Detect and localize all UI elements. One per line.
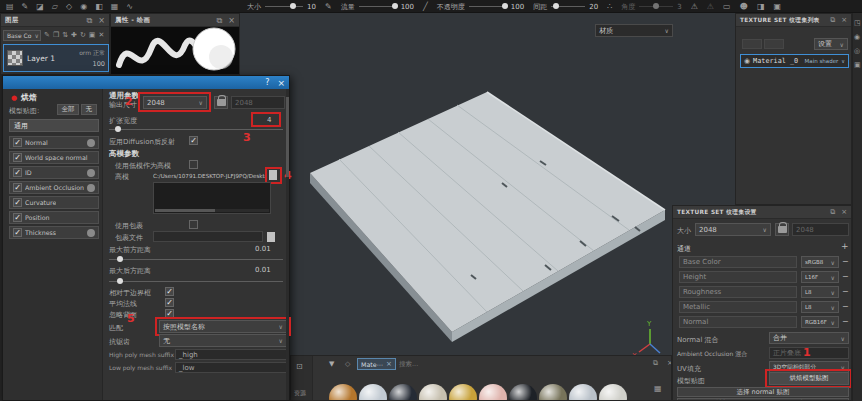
- polygon-fill-tool-icon[interactable]: ◇: [66, 0, 72, 13]
- channel-filter-dropdown[interactable]: Base Co ∨: [3, 30, 41, 41]
- popout-icon[interactable]: ⧉: [87, 14, 93, 27]
- checkbox[interactable]: ✓: [13, 198, 22, 207]
- high-poly-path[interactable]: C:/Users/10791.DESKTOP-JLFJ9PQ/Deskto: [153, 173, 265, 179]
- max-front-slider[interactable]: [109, 259, 283, 260]
- material-thumbnail[interactable]: [569, 384, 597, 401]
- channel-format-dropdown[interactable]: L16F∨: [801, 271, 839, 283]
- dialog-close-icon[interactable]: ×: [277, 78, 285, 88]
- close-icon[interactable]: ×: [667, 357, 672, 370]
- material-thumbnail[interactable]: [449, 384, 477, 401]
- eraser-tool-icon[interactable]: ◪: [36, 0, 44, 13]
- dock-panel-icon-4[interactable]: ▣: [854, 59, 861, 72]
- shading-mode-icon[interactable]: ☻: [740, 0, 748, 13]
- layer-blend-mode[interactable]: orm 正常: [79, 49, 105, 58]
- pen-pressure-icon[interactable]: ╱: [423, 0, 428, 13]
- add-effect-icon[interactable]: ⇅: [62, 29, 68, 42]
- material-thumbnail[interactable]: [509, 384, 537, 401]
- symmetry-icon[interactable]: ⚠: [707, 0, 714, 13]
- diffusion-checkbox[interactable]: ✓: [189, 136, 198, 145]
- remove-channel-button[interactable]: −: [842, 302, 849, 311]
- texture-set-name[interactable]: Material _0: [753, 57, 798, 65]
- texture-set-row[interactable]: ◉ Material _0 Main shader ∨: [740, 54, 849, 68]
- relative-bbox-checkbox[interactable]: ✓: [165, 287, 174, 296]
- channel-name-field[interactable]: Base Color: [679, 256, 797, 268]
- dialog-vscrollbar[interactable]: [286, 89, 289, 400]
- remove-channel-button[interactable]: −: [842, 257, 849, 266]
- remove-channel-button[interactable]: −: [842, 317, 849, 326]
- remove-channel-button[interactable]: −: [842, 287, 849, 296]
- popout-icon[interactable]: ⧉: [830, 206, 835, 219]
- scrollbar-thumb[interactable]: [155, 209, 215, 212]
- channel-format-dropdown[interactable]: L8∨: [801, 301, 839, 313]
- projection-tool-icon[interactable]: ▱: [52, 0, 58, 13]
- file-browse-icon[interactable]: [267, 232, 275, 242]
- material-thumbnail[interactable]: [479, 384, 507, 401]
- add-mask-icon[interactable]: ✚: [71, 29, 77, 42]
- dock-panel-icon-3[interactable]: ◎: [854, 45, 860, 58]
- slider-knob[interactable]: [115, 126, 121, 132]
- layer-thumbnail[interactable]: [7, 50, 23, 66]
- material-thumbnail[interactable]: [599, 384, 627, 401]
- dock-panel-icon-2[interactable]: ◉: [854, 31, 860, 44]
- slider-knob[interactable]: [117, 256, 123, 262]
- delete-layer-icon[interactable]: ✕: [98, 29, 104, 42]
- clone-tool-icon[interactable]: ◧: [95, 0, 103, 13]
- shelf-search-input[interactable]: 搜索...: [399, 360, 418, 369]
- channel-name-field[interactable]: Metallic: [679, 301, 797, 313]
- brush-tool-icon[interactable]: ✎: [22, 0, 29, 13]
- antialiasing-dropdown[interactable]: 无 ∨: [159, 334, 287, 347]
- checkbox[interactable]: ✓: [13, 153, 22, 162]
- add-paint-layer-icon[interactable]: ✎: [44, 29, 50, 42]
- shader-dropdown[interactable]: Main shader: [805, 58, 839, 64]
- channel-name-field[interactable]: Height: [679, 271, 797, 283]
- add-channel-button[interactable]: +: [841, 241, 849, 251]
- close-icon[interactable]: ×: [98, 14, 105, 27]
- symmetry-icon[interactable]: ⚠: [691, 0, 698, 13]
- opacity-slider[interactable]: 不透明度 100: [437, 2, 524, 12]
- common-settings-item[interactable]: 通用: [9, 119, 99, 132]
- slider-knob[interactable]: [653, 3, 659, 9]
- channel-name-field[interactable]: Roughness: [679, 286, 797, 298]
- use-low-as-high-checkbox[interactable]: [189, 160, 198, 169]
- scatter-dots-icon[interactable]: ∴: [607, 0, 612, 13]
- high-poly-listbox[interactable]: [153, 182, 271, 214]
- select-all-button[interactable]: 全部: [57, 104, 79, 115]
- size-dropdown[interactable]: 2048 ∨: [695, 223, 771, 236]
- popout-icon[interactable]: ⧉: [217, 14, 223, 27]
- texture-set-settings-button[interactable]: 设置 ∨: [814, 38, 848, 50]
- listbox-hscrollbar[interactable]: [155, 209, 269, 212]
- map-item-id[interactable]: ✓ ID: [9, 166, 99, 179]
- size-slider[interactable]: 大小 10: [247, 2, 316, 12]
- grid-view-icon[interactable]: ▦: [654, 384, 662, 393]
- add-fill-layer-icon[interactable]: ❐: [53, 29, 59, 42]
- dialog-titlebar[interactable]: ? ×: [3, 76, 289, 89]
- max-rear-slider[interactable]: [109, 281, 283, 282]
- checkbox[interactable]: ✓: [13, 213, 22, 222]
- close-icon[interactable]: ×: [841, 206, 847, 219]
- expand-panel-icon[interactable]: ⊡: [296, 360, 303, 373]
- material-thumbnail[interactable]: [539, 384, 567, 401]
- average-normals-checkbox[interactable]: ✓: [165, 298, 174, 307]
- select-normal-map-button[interactable]: 选择 normal 贴图: [677, 387, 849, 397]
- channel-format-dropdown[interactable]: L8∨: [801, 286, 839, 298]
- list-filter-button-2[interactable]: [764, 39, 784, 49]
- filter-icon[interactable]: ▼: [329, 360, 334, 368]
- dialog-help-icon[interactable]: ?: [265, 78, 269, 87]
- high-suffix-field[interactable]: _high: [175, 349, 287, 360]
- group-icon[interactable]: ▣: [89, 29, 96, 42]
- checkbox[interactable]: ✓: [13, 138, 22, 147]
- menu-icon[interactable]: ▤: [6, 0, 14, 13]
- remove-channel-button[interactable]: −: [842, 272, 849, 281]
- smudge-tool-icon[interactable]: ◉: [80, 0, 87, 13]
- slider-knob[interactable]: [392, 3, 398, 9]
- file-browse-icon[interactable]: [269, 170, 277, 180]
- map-item-normal[interactable]: ✓ Normal: [9, 136, 99, 149]
- dilation-slider[interactable]: [109, 129, 283, 130]
- map-item-thickness[interactable]: ✓ Thickness: [9, 226, 99, 239]
- slider-knob[interactable]: [553, 3, 559, 9]
- camera-mode-icon[interactable]: ◨: [757, 0, 765, 13]
- spacing-slider[interactable]: 间距 20: [533, 2, 598, 12]
- slider-knob[interactable]: [290, 3, 296, 9]
- channel-format-dropdown[interactable]: sRGB8∨: [801, 256, 839, 268]
- popout-icon[interactable]: ⧉: [830, 14, 835, 27]
